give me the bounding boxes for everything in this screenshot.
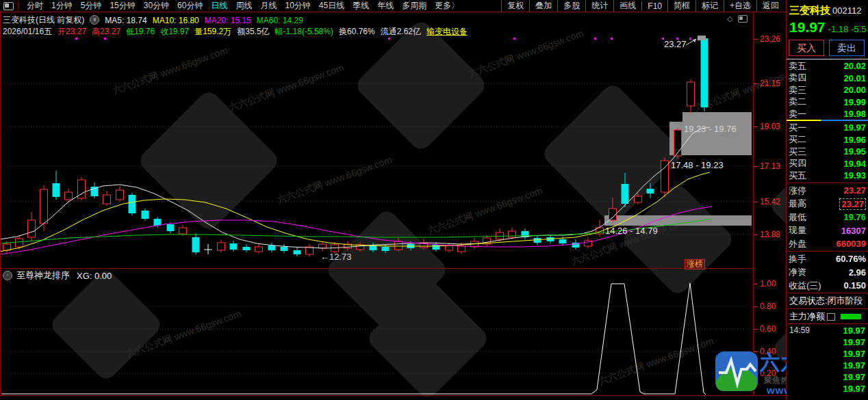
period-tab-月线[interactable]: 月线 [256,0,281,12]
ma-label: MA10: 16.80 [153,16,199,25]
period-tab-分时[interactable]: 分时 [23,0,47,12]
axis-label: 23.26 [760,34,780,44]
period-tab-多周期[interactable]: 多周期 [398,0,431,12]
candlestick-chart [0,0,868,400]
period-tab-5分钟[interactable]: 5分钟 [77,0,106,12]
tool-统计[interactable]: 统计 [585,0,613,12]
indicator-title: 至尊神龙排序 [16,269,70,282]
ma-label: MA5: 18.74 [105,16,146,25]
level-row-买三[interactable]: 买三19.95 [787,146,868,158]
tick-row: 19.97 [787,384,868,395]
indicator-xg-value: XG: 0.00 [77,271,112,281]
ohlc-segment: 流通2.62亿 [381,26,421,38]
period-tab-1分钟[interactable]: 1分钟 [47,0,77,12]
price-change-pct: -5.5 [851,24,866,34]
tick-list[interactable]: 14:5919.9719.9719.9719.9719.9719.97 [787,325,868,395]
level-row-卖五[interactable]: 卖五20.02 [787,60,868,72]
tick-row: 19.97 [787,337,868,349]
info-rows: 换手60.76%净资2.96收益(三)0.150 [787,252,868,293]
bid-ask-ratio-bar [787,120,868,121]
level-row-买四[interactable]: 买四19.94 [787,158,868,170]
tool-简框[interactable]: 简框 [667,0,695,12]
period-tab-15分钟[interactable]: 15分钟 [105,0,139,12]
tool-返回[interactable]: 返回 [756,0,784,12]
quote-divider [787,293,868,293]
bottom-border [0,395,786,396]
tool-叠加[interactable]: 叠加 [529,0,557,12]
split-window-icon[interactable] [738,15,748,24]
stat-row-涨停: 涨停23.27 [787,184,868,198]
chart-title-row: 三变科技(日线 前复权) ∨ MA5: 18.74MA10: 16.80MA20… [3,14,309,26]
ohlc-segment: 收19.97 [160,26,189,38]
period-tab-10分钟[interactable]: 10分钟 [281,0,314,12]
sell-button[interactable]: 卖出 [829,40,865,56]
ma-label: MA60: 14.29 [257,16,303,25]
period-tab-季线[interactable]: 季线 [348,0,373,12]
annotation-label: 14.26 - 14.79 [605,226,658,236]
chart-right-border [753,12,754,395]
quote-divider [787,183,868,183]
trade-status: 交易状态:闭市阶段 [789,295,866,307]
annotation-label: 19.23 - 19.76 [684,124,737,134]
period-tab-30分钟[interactable]: 30分钟 [140,0,173,12]
tool-复权[interactable]: 复权 [501,0,529,12]
level-row-买二[interactable]: 买二19.96 [787,134,868,146]
stock-code: 002112 [832,5,861,16]
sell-levels: 卖五20.02卖四20.01卖三20.00卖二19.99卖一19.98 [787,60,868,120]
tool-多股[interactable]: 多股 [557,0,585,12]
layout-window-icon[interactable] [3,2,14,10]
period-tab-60分钟[interactable]: 60分钟 [173,0,207,12]
stat-row-最低: 最低19.76 [787,211,868,224]
level-row-买一[interactable]: 买一19.97 [787,122,868,134]
quote-panel: 三变科技002112 19.97-1.18-5.5 买入 卖出 卖五20.02卖… [787,0,868,400]
chart-left-border [0,12,1,395]
axis-label: 13.88 [760,230,780,239]
period-tab-周线[interactable]: 周线 [231,0,256,12]
tool-F10[interactable]: F10 [641,1,667,11]
tool-+自选[interactable]: +自选 [724,0,756,12]
tool-标记[interactable]: 标记 [695,0,724,12]
stat-row-现量: 现量16307 [787,224,868,238]
info-row-收益(三): 收益(三)0.150 [787,279,868,293]
diamond-icon[interactable]: ◇ [727,14,732,23]
ohlc-info-row: 2026/01/16五开23.27高23.27低19.76收19.97量159.… [3,26,473,38]
axis-label: 0.60 [760,324,776,334]
level-row-卖一[interactable]: 卖一19.98 [787,108,868,120]
period-tab-年线[interactable]: 年线 [373,0,398,12]
axis-label: 1.00 [760,279,776,289]
tick-row: 19.97 [787,349,868,360]
quote-divider [787,251,868,252]
ohlc-segment: 开23.27 [58,26,86,38]
clock-icon[interactable]: ◦ [3,271,12,280]
info-row-净资: 净资2.96 [787,266,868,280]
quote-divider [787,323,868,324]
axis-label: 15.42 [760,197,780,206]
rank-badge[interactable]: 涨榜 [685,259,705,269]
chevron-down-icon[interactable]: ∨ [90,15,99,25]
level-row-卖二[interactable]: 卖二19.99 [787,96,868,109]
annotation-label: 17.48 - 19.23 [671,160,724,170]
main-flow-bar [841,314,861,319]
period-tab-更多〉[interactable]: 更多〉 [431,0,463,12]
level-row-买五[interactable]: 买五19.93 [787,170,868,182]
tool-画线[interactable]: 画线 [613,0,641,12]
level-row-卖四[interactable]: 卖四20.01 [787,72,868,85]
period-tab-45日线[interactable]: 45日线 [315,0,348,12]
info-row-换手: 换手60.76% [787,252,868,266]
stat-row-最高: 最高23.27 [787,198,868,211]
tick-row: 19.97 [787,360,868,372]
logo-icon [715,351,758,393]
ohlc-segment: 高23.27 [92,26,120,38]
menu-divider [18,1,18,10]
ma-label: MA20: 15.15 [205,16,251,25]
level-row-卖三[interactable]: 卖三20.00 [787,84,868,96]
list-icon[interactable] [827,313,835,321]
price-change: -1.18 [828,24,849,34]
ohlc-segment: 额35.5亿 [237,26,269,38]
buy-button[interactable]: 买入 [789,40,824,56]
ohlc-segment: 低19.76 [126,26,155,38]
panel-separator [0,268,753,269]
top-menubar: 分时1分钟5分钟15分钟30分钟60分钟日线周线月线10分钟45日线季线年线多周… [0,0,786,12]
stock-name: 三变科技 [789,4,830,16]
period-tab-日线[interactable]: 日线 [207,0,231,12]
